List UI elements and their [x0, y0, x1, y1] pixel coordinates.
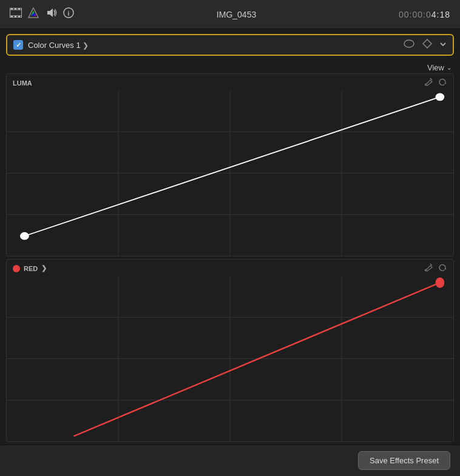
svg-line-36 — [73, 283, 440, 436]
luma-label: LUMA — [13, 79, 32, 87]
svg-rect-7 — [18, 16, 20, 18]
red-reset-icon[interactable] — [439, 263, 447, 273]
svg-rect-4 — [18, 8, 20, 10]
view-button[interactable]: View ⌄ — [427, 63, 452, 72]
curves-area: LUMA — [0, 73, 460, 444]
red-dot-indicator — [13, 265, 20, 272]
red-header: RED ❯ — [7, 260, 453, 276]
toolbar: i IMG_0453 00:00:04:18 — [0, 0, 460, 29]
luma-panel: LUMA — [6, 73, 454, 256]
svg-rect-5 — [11, 16, 13, 18]
effect-name: Color Curves 1 ❯ — [28, 41, 398, 50]
mask-icon[interactable] — [403, 39, 415, 51]
effect-icons-right — [403, 39, 447, 51]
view-row: View ⌄ — [0, 61, 460, 73]
bottom-bar: Save Effects Preset — [0, 444, 460, 476]
svg-marker-29 — [444, 267, 446, 270]
svg-marker-10 — [47, 8, 53, 17]
color-icon[interactable] — [28, 7, 39, 21]
effect-header: Color Curves 1 ❯ — [6, 34, 454, 56]
audio-icon[interactable] — [45, 7, 57, 21]
svg-rect-1 — [10, 10, 22, 16]
toolbar-title: IMG_0453 — [74, 10, 399, 19]
svg-point-13 — [404, 40, 414, 47]
toolbar-timecode: 00:00:04:18 — [399, 10, 450, 19]
luma-header-icons — [424, 78, 447, 88]
svg-rect-2 — [11, 8, 13, 10]
luma-curve-canvas[interactable] — [7, 90, 453, 256]
svg-line-24 — [24, 97, 439, 236]
svg-line-27 — [430, 264, 432, 266]
svg-point-25 — [20, 232, 29, 240]
effect-chevron-icon[interactable] — [439, 39, 447, 50]
timecode-prefix: 00:00:0 — [399, 10, 431, 19]
film-icon[interactable] — [10, 8, 22, 21]
red-dropdown-arrow[interactable]: ❯ — [41, 264, 47, 272]
svg-rect-6 — [15, 16, 16, 18]
svg-line-15 — [430, 78, 432, 80]
svg-marker-14 — [423, 39, 431, 48]
effect-dropdown-arrow[interactable]: ❯ — [83, 41, 89, 50]
info-icon[interactable]: i — [63, 7, 74, 21]
save-effects-preset-button[interactable]: Save Effects Preset — [358, 451, 450, 470]
timecode-highlight: 4:18 — [431, 10, 450, 19]
red-header-icons — [424, 263, 447, 273]
svg-point-26 — [436, 93, 445, 101]
red-panel: RED ❯ — [6, 259, 454, 442]
effect-checkbox[interactable] — [13, 40, 23, 50]
red-curve-canvas[interactable] — [7, 276, 453, 441]
svg-point-37 — [436, 277, 445, 287]
svg-text:i: i — [68, 10, 70, 17]
toolbar-icons: i — [10, 7, 74, 21]
svg-marker-17 — [444, 82, 446, 84]
app-container: i IMG_0453 00:00:04:18 Color Curves 1 ❯ — [0, 0, 460, 476]
svg-rect-3 — [15, 8, 16, 10]
luma-eyedropper-icon[interactable] — [424, 78, 433, 88]
red-eyedropper-icon[interactable] — [424, 263, 433, 273]
luma-header: LUMA — [7, 74, 453, 90]
luma-reset-icon[interactable] — [439, 78, 447, 88]
red-label: RED ❯ — [13, 264, 47, 272]
view-chevron-icon: ⌄ — [447, 64, 452, 71]
keyframe-icon[interactable] — [422, 39, 432, 51]
